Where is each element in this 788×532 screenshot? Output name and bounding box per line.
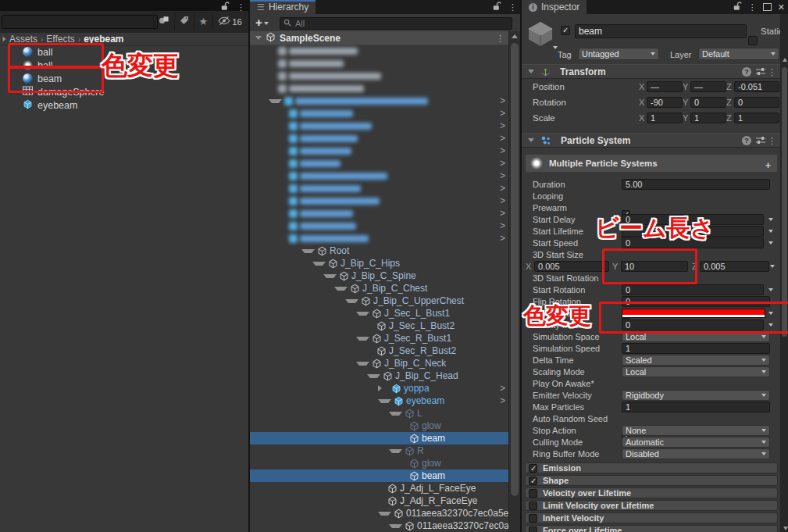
- start-speed-dropdown-icon[interactable]: [768, 241, 773, 245]
- prefab-open-chevron-icon[interactable]: >: [500, 95, 505, 107]
- expander-icon[interactable]: [345, 299, 358, 303]
- prefab-open-chevron-icon[interactable]: >: [500, 395, 505, 407]
- tree-row-j_bip_c_chest[interactable]: J_Bip_C_Chest: [250, 282, 509, 295]
- tree-row-blurred[interactable]: >: [250, 132, 509, 145]
- expander-icon[interactable]: [378, 399, 391, 403]
- tree-row-blurred[interactable]: >: [250, 170, 509, 182]
- inspector-scrollbar[interactable]: [780, 14, 788, 532]
- tree-row-blurred[interactable]: >: [250, 195, 509, 207]
- position-x-field[interactable]: —: [647, 81, 683, 92]
- scaling-mode-dropdown[interactable]: Local: [622, 366, 770, 377]
- tree-row-011aeea32370c7ec0a5e[interactable]: 011aeea32370c7ec0a5e: [250, 507, 509, 520]
- scrollbar-thumb[interactable]: [782, 67, 787, 337]
- tree-row-j_bip_c_hips[interactable]: J_Bip_C_Hips: [250, 257, 509, 270]
- emitter-velocity-dropdown[interactable]: Rigidbody: [622, 390, 770, 401]
- start-size-dropdown-icon[interactable]: [770, 265, 775, 268]
- start-size-x-field[interactable]: 0.005: [534, 261, 609, 272]
- tree-row-blurred[interactable]: >: [250, 182, 509, 195]
- ring-buffer-mode-dropdown[interactable]: Disabled: [622, 448, 770, 459]
- tree-row-root[interactable]: Root: [250, 245, 509, 257]
- expander-icon[interactable]: [323, 274, 337, 278]
- scale-z-field[interactable]: 1: [734, 112, 779, 123]
- close-icon[interactable]: ✕: [778, 2, 785, 12]
- expander-icon[interactable]: [312, 262, 326, 266]
- tree-row-beam[interactable]: beam: [250, 470, 509, 482]
- hidden-count-button[interactable]: 16: [212, 13, 247, 30]
- start-rotation-field[interactable]: 0: [622, 284, 764, 295]
- duration-field[interactable]: 5.00: [622, 179, 770, 190]
- expander-icon[interactable]: [301, 249, 315, 253]
- tree-row-j_bip_c_head[interactable]: J_Bip_C_Head: [250, 370, 509, 382]
- module-checkbox[interactable]: [529, 514, 537, 523]
- tree-row-j_sec_l_bust2[interactable]: J_Sec_L_Bust2: [250, 320, 509, 332]
- maximize-icon[interactable]: [763, 3, 772, 11]
- favorites-button[interactable]: ★: [194, 13, 213, 30]
- tree-row-j_bip_c_spine[interactable]: J_Bip_C_Spine: [250, 270, 509, 282]
- tree-row-j_adj_l_faceeye[interactable]: J_Adj_L_FaceEye: [250, 482, 509, 495]
- tree-row-blurred[interactable]: >: [250, 220, 509, 232]
- preset-icon[interactable]: [756, 136, 765, 145]
- module-velocity-over-lifetime[interactable]: Velocity over Lifetime: [525, 487, 778, 498]
- layer-dropdown[interactable]: Default: [698, 48, 779, 60]
- start-lifetime-dropdown-icon[interactable]: [768, 230, 773, 233]
- scene-row-samplescene[interactable]: SampleScene ⋮: [250, 31, 509, 45]
- expander-icon[interactable]: [356, 312, 369, 316]
- prefab-open-chevron-icon[interactable]: >: [500, 170, 505, 182]
- tree-row-blurred[interactable]: [250, 45, 509, 57]
- tree-row-blurred[interactable]: [250, 57, 509, 70]
- add-particle-system-button[interactable]: +: [765, 160, 771, 171]
- tree-row-j_bip_c_upperchest[interactable]: J_Bip_C_UpperChest: [250, 295, 509, 307]
- active-checkbox[interactable]: [561, 26, 570, 35]
- tree-row-j_adj_r_faceeye[interactable]: J_Adj_R_FaceEye: [250, 495, 509, 507]
- delta-time-dropdown[interactable]: Scaled: [622, 355, 770, 366]
- expander-icon[interactable]: [528, 70, 534, 73]
- tree-row-j_sec_l_bust1[interactable]: J_Sec_L_Bust1: [250, 307, 509, 320]
- tree-row-011aeea32370c7ec0a[interactable]: 011aeea32370c7ec0a: [250, 520, 509, 532]
- help-icon[interactable]: ?: [742, 67, 751, 77]
- tree-row-eyebeam[interactable]: eyebeam>: [250, 395, 509, 407]
- tab-hierarchy[interactable]: ☰ Hierarchy: [250, 0, 316, 14]
- expander-icon[interactable]: [356, 337, 369, 341]
- kebab-menu-icon[interactable]: ⋮: [748, 3, 757, 11]
- expander-icon[interactable]: [389, 449, 402, 453]
- preset-icon[interactable]: [756, 67, 765, 76]
- module-checkbox[interactable]: [529, 527, 537, 532]
- kebab-menu-icon[interactable]: ⋮: [496, 34, 505, 42]
- create-object-button[interactable]: +: [255, 16, 269, 29]
- kebab-menu-icon[interactable]: ⋮: [768, 68, 776, 76]
- gameobject-icon[interactable]: [526, 20, 554, 49]
- prefab-open-chevron-icon[interactable]: >: [500, 382, 505, 395]
- search-by-type-button[interactable]: [153, 13, 174, 30]
- scrollbar-thumb[interactable]: [511, 43, 519, 496]
- start-rotation-dropdown-icon[interactable]: [768, 288, 773, 291]
- prefab-open-chevron-icon[interactable]: >: [500, 182, 505, 195]
- expander-icon[interactable]: [367, 374, 380, 378]
- module-shape[interactable]: Shape: [525, 475, 778, 486]
- expander-icon[interactable]: [528, 138, 534, 142]
- hierarchy-scrollbar[interactable]: [508, 31, 520, 532]
- tag-dropdown[interactable]: Untagged: [578, 48, 659, 60]
- stop-action-dropdown[interactable]: None: [622, 425, 770, 436]
- rotation-y-field[interactable]: 0: [690, 97, 726, 108]
- tree-row-l[interactable]: L: [250, 407, 509, 420]
- tree-row-blurred[interactable]: >: [250, 207, 509, 220]
- transform-header[interactable]: Transform ? ⋮: [522, 64, 781, 79]
- hierarchy-search-input[interactable]: All: [280, 17, 512, 30]
- expander-icon[interactable]: [378, 385, 389, 391]
- expander-icon[interactable]: [378, 512, 391, 516]
- help-icon[interactable]: ?: [742, 136, 751, 145]
- prefab-open-chevron-icon[interactable]: >: [500, 107, 505, 120]
- scroll-up-icon[interactable]: [783, 58, 787, 62]
- start-size-z-field[interactable]: 0.005: [700, 261, 769, 272]
- rotation-z-field[interactable]: 0: [734, 97, 779, 108]
- module-checkbox[interactable]: [529, 477, 537, 485]
- tree-row-yoppa[interactable]: yoppa>: [250, 382, 509, 395]
- project-search-input[interactable]: [2, 15, 158, 29]
- lock-icon[interactable]: [733, 2, 742, 13]
- tree-row-blurred[interactable]: >: [250, 95, 509, 107]
- tree-row-j_bip_c_neck[interactable]: J_Bip_C_Neck: [250, 357, 509, 370]
- lock-icon[interactable]: [493, 2, 501, 13]
- prefab-open-chevron-icon[interactable]: >: [500, 207, 505, 220]
- position-z-field[interactable]: -0.051: [734, 81, 779, 92]
- tab-inspector[interactable]: i Inspector: [522, 0, 587, 14]
